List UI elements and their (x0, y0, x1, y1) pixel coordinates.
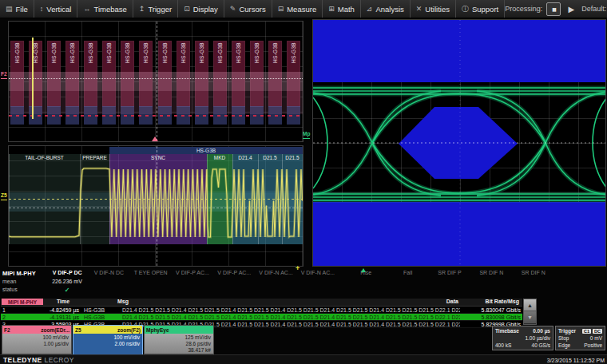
menu-item-label: Trigger (148, 5, 172, 14)
menu-item[interactable]: ↔ Timebase (77, 0, 133, 18)
measure-column-header[interactable]: SR DIF N (470, 270, 512, 275)
measure-column-header[interactable]: SR DIF N (513, 270, 554, 275)
z5-waveform (9, 146, 304, 267)
mphyeye-vertical-scale: 125 mV/div (145, 334, 211, 341)
mask-top (313, 20, 606, 82)
burst-label: HS-G3B (199, 42, 204, 63)
menu-item[interactable]: ⊿ Analysis (361, 0, 411, 18)
table-row[interactable]: 1 -4.82459 µs HS-G3B D21.4 D21.5 D21.5 D… (1, 307, 522, 314)
menu-item-icon: ▤ (6, 6, 13, 13)
protocol-badge[interactable]: MIPI M-PHY (2, 299, 43, 305)
trigger-box[interactable]: Trigger C1DC Stop 0 mV Edge Positive (555, 326, 605, 350)
bitrate-column-header[interactable]: Bit Rate/Msg (486, 299, 519, 304)
menu-item[interactable]: ✕ Utilities (411, 0, 456, 18)
menu-item[interactable]: ↕ Vertical (34, 0, 78, 18)
eye-diagram-panel[interactable] (312, 19, 606, 267)
timebase-samples: 400 kS (495, 342, 511, 349)
z5-descriptor-box[interactable]: Z5 zoom(F2) 100 mV/div 2.00 ns/div (73, 325, 143, 354)
mphyeye-trace-label[interactable]: Mp (303, 132, 310, 139)
menu-item[interactable]: ⊡ Display (178, 0, 224, 18)
rise-column-marker-icon (361, 268, 366, 272)
f2-trace-label[interactable]: F2 (1, 72, 7, 79)
burst-label: HS-G3B (106, 42, 112, 63)
table-row[interactable]: 2 -4.19131 µs HS-G3B D21.4 D21.5 D21.5 D… (1, 314, 522, 321)
status-check-icon: ✓ (46, 287, 88, 294)
play-icon[interactable]: ▶ (565, 3, 577, 15)
measure-column-header[interactable]: Rise (345, 270, 387, 275)
measure-strip: MIPI M-PHY mean status V DIF-P DCV DIF-N… (0, 268, 607, 299)
menu-bar: ▤ File ↕ Vertical ↔ Timebase ↥ Trigger ⊡… (0, 0, 607, 18)
brand-logo: TELEDYNELECROY (3, 356, 74, 364)
f2-horizontal-scale: 1.00 µs/div (2, 341, 69, 347)
measure-column-header[interactable]: V DIF-P AC... (172, 270, 213, 275)
trigger-coupling-badge: DC (593, 329, 602, 334)
menu-item-icon: ↔ (83, 6, 90, 13)
timebase-sample-rate: 40 GS/s (532, 342, 550, 349)
menu-item-icon: ↥ (139, 6, 145, 13)
menu-item[interactable]: ⓘ Support (456, 0, 505, 18)
trigger-mode: Stop (558, 334, 569, 342)
trigger-marker-icon[interactable] (152, 136, 158, 141)
measure-column-header[interactable]: V DIF-N DC (88, 270, 129, 275)
trigger-title: Trigger (558, 327, 576, 334)
timebase-offset: 0.00 µs (533, 327, 550, 334)
measure-column-header[interactable]: SR DIF P (429, 270, 470, 275)
measure-column-header[interactable]: V DIF-N AC... (297, 270, 339, 275)
low-level-dashed-line (9, 115, 303, 117)
measure-column-header[interactable]: V DIF-N AC... (255, 270, 296, 275)
f2-vertical-scale: 100 mV/div (2, 334, 69, 341)
menu-item-label: Analysis (375, 5, 403, 14)
menu-item-label: Support (472, 5, 498, 14)
mphyeye-descriptor-id: MphyEye (146, 327, 169, 333)
mphyeye-descriptor-box[interactable]: MphyEye 125 mV/div 28.6 ps/div 38.417 k# (144, 325, 214, 354)
measure-column-header[interactable]: T EYE OPEN (130, 270, 172, 275)
zoom-position-cursor[interactable] (32, 38, 34, 119)
scroll-up-button[interactable]: ▲ (524, 299, 536, 311)
status-bar: TELEDYNELECROY 3/23/2015 11:12:52 PM (0, 354, 607, 364)
f2-zero-level-line (9, 78, 303, 79)
time-column-header[interactable]: Time (47, 299, 79, 304)
f2-overview-panel[interactable]: HS-G3B HS-G3B HS-G3B HS-G3B HS-G3B HS-G3… (8, 21, 304, 142)
msg-column-header[interactable]: Msg (117, 299, 129, 304)
mean-row-label: mean (2, 279, 17, 284)
burst-label: HS-G3B (181, 42, 186, 63)
measure-column-header[interactable]: Fall (387, 270, 428, 275)
menu-item[interactable]: ⊞ Math (323, 0, 361, 18)
data-column-header[interactable]: Data (446, 299, 458, 304)
f2-descriptor-id: F2 (4, 327, 10, 333)
timebase-box[interactable]: Timebase 0.00 µs 1.00 µs/div 400 kS 40 G… (492, 326, 553, 350)
row-time: -4.82459 µs (12, 307, 79, 313)
row-msg: HS-G3B (79, 307, 122, 313)
burst-label: HS-G3B (125, 42, 130, 63)
menu-item-label: Cursors (239, 5, 265, 14)
measure-source-label: MIPI M-PHY (2, 270, 36, 277)
measure-column-header[interactable]: V DIF-P DC (46, 270, 88, 275)
timebase-title: Timebase (495, 327, 519, 334)
row-data: D21.4 D21.5 D21.5 D21.4 D21.5 D21.5 D21.… (122, 315, 460, 320)
measure-column-header[interactable]: V DIF-P AC... (213, 270, 255, 275)
menu-item-label: Measure (287, 5, 316, 14)
scroll-down-button[interactable]: ▼ (524, 311, 536, 323)
menu-item-label: Utilities (425, 5, 450, 14)
menu-item[interactable]: ↥ Trigger (133, 0, 178, 18)
decode-table-header: MIPI M-PHY Time Msg Data Bit Rate/Msg (1, 299, 522, 307)
menu-right-cluster: Processing: ▮▮ ▶ Default: Undo ↶ (505, 0, 607, 18)
z5-zoom-panel[interactable]: HS-G3B TAIL-OF-BURST PREPARE SYNC MKD D2… (8, 145, 304, 267)
menu-item[interactable]: ▤ File (0, 0, 34, 18)
trigger-source-badge: C1 (582, 329, 591, 334)
pause-button[interactable]: ▮▮ (546, 2, 561, 16)
row-index: 1 (1, 307, 12, 313)
menu-item-icon: ✕ (416, 6, 423, 13)
f2-descriptor-box[interactable]: F2 zoom(EDr... 100 mV/div 1.00 µs/div (2, 325, 72, 354)
menu-item[interactable]: ⊟ Measure (272, 0, 323, 18)
z5-trace-label[interactable]: Z5 (1, 193, 7, 200)
menu-item[interactable]: ✎ Cursors (224, 0, 272, 18)
burst-label: HS-G3B (143, 42, 149, 63)
burst-label: HS-G3B (51, 42, 57, 63)
burst-label: HS-G3B (254, 42, 260, 63)
burst-label: HS-G3B (14, 42, 20, 63)
menu-item-label: Vertical (46, 5, 71, 14)
row-bitrate: 5.830047 Gbit/s (460, 307, 522, 313)
menu-item-icon: ⊞ (328, 6, 335, 13)
trigger-slope: Positive (584, 342, 602, 349)
